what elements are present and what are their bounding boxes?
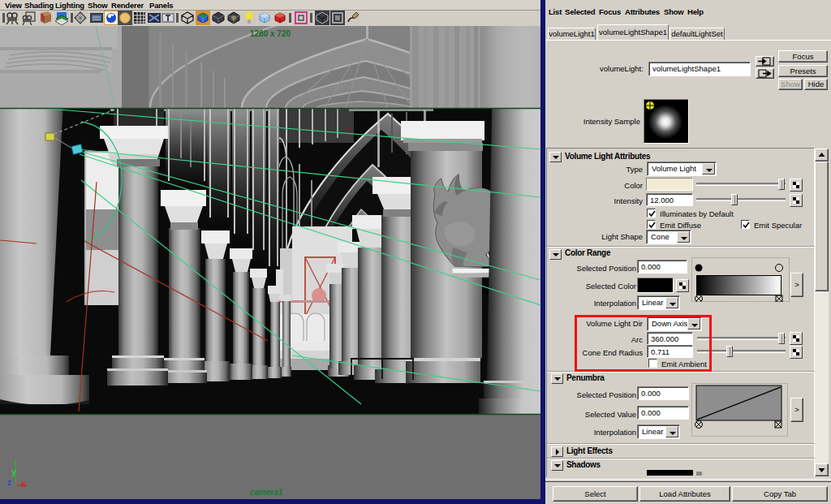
svg-text:1280 x 720: 1280 x 720 [250, 29, 291, 38]
svg-text:camera1: camera1 [250, 488, 283, 497]
svg-text:y: y [11, 467, 16, 476]
svg-text:x: x [21, 480, 26, 489]
svg-text:z: z [7, 478, 11, 487]
